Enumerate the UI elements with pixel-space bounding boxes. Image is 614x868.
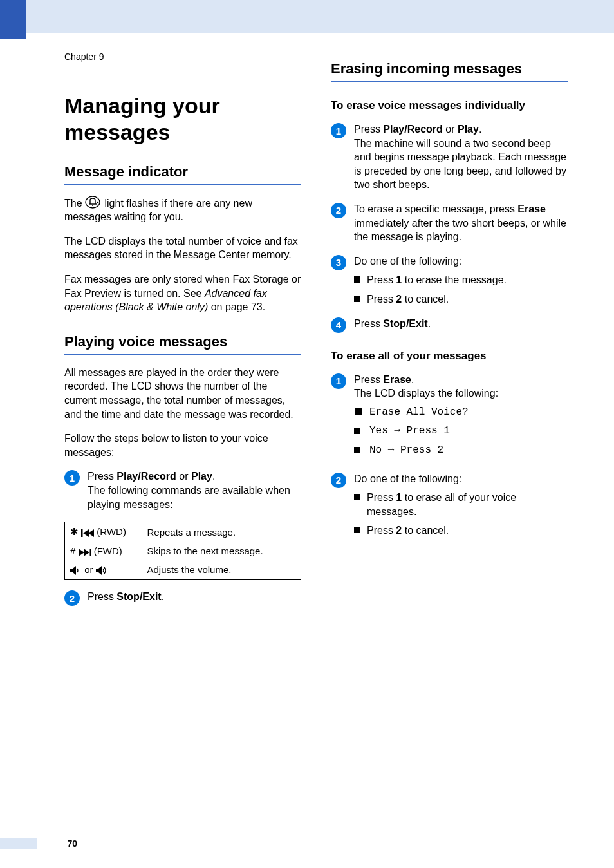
paragraph: Follow the steps below to listen to your… <box>64 431 301 459</box>
asterisk-icon: ✱ <box>70 526 81 537</box>
text: Do one of the following: <box>354 473 461 484</box>
table-row: or Adjusts the volume. <box>65 560 301 580</box>
svg-point-1 <box>92 205 93 206</box>
paragraph: All messages are played in the order the… <box>64 366 301 421</box>
text: or <box>84 564 93 575</box>
volume-low-icon <box>70 566 82 575</box>
list-item: Press 1 to erase the message. <box>354 273 568 287</box>
step-number-2: 2 <box>331 203 346 218</box>
table-row: # (FWD) Skips to the next message. <box>65 542 301 560</box>
subheading: To erase voice messages individually <box>331 99 568 112</box>
text: (FWD) <box>94 545 122 556</box>
step: 1 Press Erase. The LCD displays the foll… <box>331 373 568 462</box>
text: on page 73. <box>208 301 265 312</box>
step-number-1: 1 <box>331 373 346 389</box>
step: 2 Do one of the following: Press 1 to er… <box>331 472 568 538</box>
text: Press <box>354 318 383 329</box>
text: Press <box>88 471 116 482</box>
button-ref: Erase <box>517 203 546 214</box>
svg-marker-9 <box>70 566 76 575</box>
paragraph: Fax messages are only stored when Fax St… <box>64 272 301 314</box>
page-number: 70 <box>67 838 77 849</box>
step: 1 Press Play/Record or Play. The machine… <box>331 122 568 192</box>
key-ref: 2 <box>396 294 402 305</box>
volume-high-icon <box>96 566 109 575</box>
svg-marker-10 <box>96 566 102 575</box>
text: Skips to the next message. <box>142 542 301 560</box>
svg-point-2 <box>97 201 99 203</box>
message-light-icon <box>85 196 102 209</box>
step: 2 To erase a specific message, press Era… <box>331 202 568 244</box>
text: . <box>428 318 431 329</box>
svg-marker-7 <box>84 549 89 556</box>
footer: 70 <box>0 837 614 849</box>
button-ref: Play/Record <box>383 124 442 135</box>
section-erasing-incoming: Erasing incoming messages <box>331 61 568 82</box>
step: 3 Do one of the following: Press 1 to er… <box>331 254 568 307</box>
button-ref: Play <box>191 471 212 482</box>
paragraph: The LCD displays the total number of voi… <box>64 234 301 262</box>
key-ref: 1 <box>396 492 402 503</box>
text: Press <box>367 525 396 536</box>
hash-icon: # <box>70 545 79 556</box>
button-ref: Play <box>458 124 479 135</box>
step-number-4: 4 <box>331 317 346 333</box>
chapter-label: Chapter 9 <box>64 52 301 62</box>
text: to cancel. <box>402 525 449 536</box>
text: . <box>411 374 414 385</box>
text: Press <box>88 591 116 602</box>
subheading: To erase all of your messages <box>331 350 568 363</box>
section-playing-voice-messages: Playing voice messages <box>64 334 301 355</box>
text: Press <box>367 274 396 285</box>
text: (RWD) <box>97 526 126 537</box>
text: Press <box>354 124 383 135</box>
step: 2 Press Stop/Exit. <box>64 590 301 606</box>
header-accent <box>0 0 26 39</box>
svg-marker-6 <box>79 549 84 556</box>
text: Press <box>367 294 396 305</box>
text: Adjusts the volume. <box>142 560 301 580</box>
text: Press <box>367 492 396 503</box>
step-number-2: 2 <box>64 590 80 606</box>
paragraph: The light flashes if there are any new m… <box>64 196 301 224</box>
svg-rect-3 <box>81 529 83 537</box>
svg-marker-5 <box>88 529 94 537</box>
button-ref: Stop/Exit <box>116 591 161 602</box>
text: to erase the message. <box>402 274 507 285</box>
text: The following commands are available whe… <box>88 485 290 510</box>
text: Press <box>354 374 383 385</box>
section-message-indicator: Message indicator <box>64 164 301 185</box>
text: . <box>162 591 164 602</box>
list-item: Press 1 to erase all of your voice messa… <box>354 491 568 518</box>
text: . <box>479 124 481 135</box>
rewind-icon <box>81 529 94 537</box>
svg-marker-4 <box>83 529 89 537</box>
text: or <box>443 124 458 135</box>
key-ref: 1 <box>396 274 402 285</box>
lcd-text: No → Press 2 <box>354 444 568 458</box>
text: Do one of the following: <box>354 256 461 267</box>
text: . <box>212 471 215 482</box>
commands-table: ✱ (RWD) Repeats a message. # (FWD) Skips… <box>64 522 301 580</box>
step-number-2: 2 <box>331 473 346 488</box>
text: immediately after the two short beeps, o… <box>354 218 566 243</box>
footer-accent <box>0 838 37 849</box>
text: to cancel. <box>402 294 449 305</box>
forward-icon <box>79 549 91 556</box>
lcd-text: Yes → Press 1 <box>354 424 568 439</box>
text: The LCD displays the following: <box>354 388 498 399</box>
button-ref: Erase <box>383 374 411 385</box>
list-item: Press 2 to cancel. <box>354 292 568 307</box>
table-row: ✱ (RWD) Repeats a message. <box>65 522 301 542</box>
text: To erase a specific message, press <box>354 203 517 214</box>
list-item: Press 2 to cancel. <box>354 524 568 538</box>
button-ref: Play/Record <box>116 471 176 482</box>
header-band <box>24 0 614 33</box>
key-ref: 2 <box>396 525 402 536</box>
text: The <box>64 198 85 209</box>
step-number-1: 1 <box>331 123 346 138</box>
step-number-3: 3 <box>331 255 346 270</box>
text: The machine will sound a two second beep… <box>354 138 566 191</box>
text: or <box>176 471 191 482</box>
page-title: Managing your messages <box>64 93 301 146</box>
